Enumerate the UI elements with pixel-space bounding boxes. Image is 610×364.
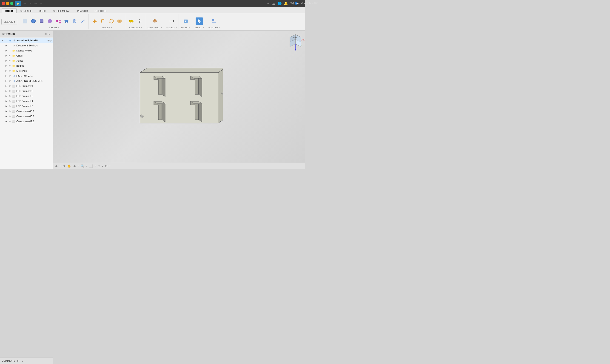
tab-solid[interactable]: SOLID	[2, 9, 16, 13]
maximize-button[interactable]	[10, 2, 13, 5]
tree-named-views[interactable]: ▶ 📁 Named Views	[0, 48, 53, 53]
measure-icon	[169, 18, 175, 24]
group-select: SELECT ▾	[193, 14, 206, 29]
design-dropdown[interactable]: DESIGN ▾	[1, 19, 17, 25]
fillet-button[interactable]	[99, 17, 107, 25]
cloud-icon[interactable]: ☁	[272, 2, 275, 5]
comp45-arrow: ▶	[5, 110, 9, 112]
zoom-fit-button[interactable]: 🔍	[80, 164, 85, 168]
led3-eye: 👁	[9, 95, 12, 97]
shell-button[interactable]	[108, 17, 115, 25]
joint-button[interactable]	[128, 17, 135, 25]
tab-plastic[interactable]: PLASTIC	[74, 9, 91, 13]
tree-bodies[interactable]: ▶ 👁 📁 Bodies	[0, 63, 53, 68]
tab-sheet-metal[interactable]: SHEET METAL	[49, 9, 74, 13]
doc-settings-label: Document Settings	[16, 44, 52, 47]
root-component-icon: ◈	[8, 39, 12, 42]
extrude-button[interactable]	[63, 17, 70, 25]
more-shapes-button[interactable]	[54, 17, 62, 25]
tree-comp47[interactable]: ▶ 👁 ⬜ Component47:1	[0, 119, 53, 124]
globe-icon[interactable]: 🌐	[278, 2, 282, 5]
display-mode-button[interactable]: ⬜	[89, 164, 93, 168]
minimize-button[interactable]	[6, 2, 9, 5]
box-button[interactable]	[30, 17, 37, 25]
tree-comp46[interactable]: ▶ 👁 ⬜ Component46:1	[0, 114, 53, 119]
led3-label: LED 5mm v1:3	[16, 95, 52, 97]
undo-dropdown[interactable]: ▾	[28, 1, 32, 6]
combine-button[interactable]	[116, 17, 123, 25]
svg-text:BACK: BACK	[293, 37, 298, 39]
tree-led1[interactable]: ▶ 👁 ⬜ LED 5mm v1:1	[0, 83, 53, 89]
construct-label: CONSTRUCT ▾	[148, 26, 162, 29]
tab-utilities[interactable]: UTILITIES	[91, 9, 110, 13]
tree-led5[interactable]: ▶ 👁 ⬜ LED 5mm v1:5	[0, 104, 53, 109]
group-insert: INSERT ▾	[179, 14, 192, 29]
redo-button[interactable]: ↪	[33, 1, 38, 6]
help-icon[interactable]: ?	[290, 2, 292, 5]
undo-button[interactable]: ↩	[23, 1, 27, 6]
press-pull-button[interactable]	[91, 17, 98, 25]
app-icon: ⚙	[292, 2, 295, 5]
svg-point-45	[141, 116, 143, 117]
more-shapes-icon	[55, 18, 61, 24]
sphere-button[interactable]	[46, 17, 53, 25]
svg-rect-16	[93, 21, 97, 22]
viewport[interactable]: X Z BACK LEFT ⊕ ▾	[53, 31, 305, 169]
sketches-folder-icon: 📁	[12, 69, 16, 73]
window-controls	[2, 2, 13, 5]
add-icon[interactable]: ＋	[267, 1, 270, 5]
svg-point-6	[48, 19, 52, 23]
home-view-button[interactable]: ⊕	[55, 164, 58, 168]
led4-eye: 👁	[9, 100, 12, 103]
insert-mesh-button[interactable]	[182, 17, 189, 25]
tree-comp45[interactable]: ▶ 👁 ⬜ Component45:1	[0, 109, 53, 114]
bell-icon[interactable]: 🔔	[284, 2, 288, 5]
select-button[interactable]	[195, 17, 203, 25]
named-views-folder-icon: 📁	[12, 49, 16, 52]
tree-joints[interactable]: ▶ 👁 📁 Joints	[0, 58, 53, 63]
tree-doc-settings[interactable]: ▶ ⚙ Document Settings	[0, 43, 53, 48]
offset-plane-button[interactable]	[151, 17, 159, 25]
zoom-button[interactable]: ⊕	[73, 164, 76, 168]
svg-rect-37	[212, 19, 214, 21]
tree-led2[interactable]: ▶ 👁 ⬜ LED 5mm v1:2	[0, 89, 53, 93]
browser-settings-icon[interactable]: ⊕	[44, 32, 47, 36]
orbit-button[interactable]: ⊙	[62, 164, 65, 168]
new-component-button[interactable]: +	[21, 17, 29, 25]
sweep-button[interactable]	[79, 17, 87, 25]
cylinder-button[interactable]	[38, 17, 45, 25]
svg-text:X: X	[303, 39, 305, 41]
tree-sketches[interactable]: ▶ 👁 📁 Sketches	[0, 68, 53, 73]
tree-led4[interactable]: ▶ 👁 ⬜ LED 5mm v1:4	[0, 99, 53, 104]
comp47-eye: 👁	[9, 120, 12, 123]
root-action-1[interactable]: ⊕	[47, 39, 49, 42]
file-icon-button[interactable]: 📁	[15, 1, 21, 6]
tree-led3[interactable]: ▶ 👁 ⬜ LED 5mm v1:3	[0, 93, 53, 99]
svg-marker-2	[31, 19, 35, 23]
align-button[interactable]	[210, 17, 218, 25]
tab-surface[interactable]: SURFACE	[16, 9, 35, 13]
pan-button[interactable]: ✋	[67, 164, 71, 168]
tree-arduino-micro[interactable]: ▶ 👁 ⬡ ARDUINO MICRO v1:1	[0, 78, 53, 83]
tree-hc-sr04[interactable]: ▶ 👁 ⬡ HC-SR04 v1:1	[0, 73, 53, 78]
redo-dropdown[interactable]: ▾	[39, 1, 43, 6]
led3-icon: ⬜	[12, 94, 16, 98]
close-button[interactable]	[2, 2, 5, 5]
tree-origin[interactable]: ▶ 👁 📁 Origin	[0, 53, 53, 58]
nav-cube[interactable]: X Z BACK LEFT	[286, 33, 302, 49]
browser-collapse-icon[interactable]: ▸	[48, 32, 51, 36]
svg-marker-10	[65, 20, 68, 22]
view-options-button[interactable]: ⊟	[104, 164, 108, 168]
tab-mesh[interactable]: MESH	[35, 9, 50, 13]
group-construct: CONSTRUCT ▾	[146, 14, 164, 29]
tree-root-item[interactable]: ▾ ◈ ⚙ Arduino light v18 ⊕ ◎	[0, 38, 53, 43]
grid-button[interactable]: ⊞	[97, 164, 101, 168]
move-button[interactable]	[136, 17, 143, 25]
comp46-icon: ⬜	[12, 115, 16, 118]
measure-button[interactable]	[168, 17, 175, 25]
arduino-micro-arrow: ▶	[5, 80, 9, 82]
svg-marker-18	[94, 22, 96, 24]
revolve-button[interactable]	[71, 17, 78, 25]
root-action-2[interactable]: ◎	[49, 39, 52, 42]
named-views-arrow: ▶	[5, 49, 9, 52]
